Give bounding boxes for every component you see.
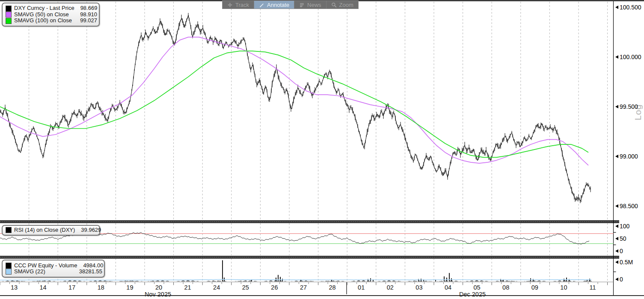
track-move-icon	[227, 2, 233, 8]
smavg100-label: SMAVG (100) on Close	[14, 18, 72, 24]
smavg100-swatch	[6, 18, 12, 24]
date-tick-label: 10	[560, 284, 567, 291]
legend-row-last-price: DXY Curncy - Last Price 98.669	[6, 5, 97, 12]
volume-spike-bars	[223, 260, 590, 282]
date-tick-label: 20	[155, 284, 162, 291]
date-tick-label: 08	[502, 284, 509, 291]
price-legend[interactable]: DXY Curncy - Last Price 98.669 SMAVG (50…	[2, 3, 100, 27]
news-button[interactable]: News	[294, 1, 326, 9]
date-tick-label: 18	[98, 284, 104, 291]
legend-row-volume: CCC PW Equity - Volume 4984.00	[6, 263, 102, 269]
zoom-magnifier-icon	[331, 2, 337, 8]
annotate-button-label: Annotate	[267, 2, 289, 8]
smavg50-swatch	[6, 12, 12, 18]
sma100-line	[0, 51, 588, 157]
month-label: Dec 2025	[459, 291, 486, 298]
zoom-button-label: Zoom	[339, 2, 353, 8]
chart-canvas[interactable]	[0, 0, 644, 299]
volume-sma-line	[0, 279, 591, 280]
price-axis-label: 100.000	[614, 54, 641, 60]
news-lines-icon	[299, 2, 305, 8]
last-price-label: DXY Curncy - Last Price	[14, 5, 74, 12]
date-tick-label: 24	[213, 284, 220, 291]
price-axis-label: 99.500	[614, 103, 638, 110]
date-tick-label: 27	[300, 284, 307, 291]
price-axis-label: 100.500	[614, 4, 641, 11]
news-button-label: News	[307, 2, 321, 8]
smavg50-label: SMAVG (50) on Close	[14, 12, 69, 18]
date-tick-label: 25	[242, 284, 249, 291]
smavg22-label: SMAVG (22)	[14, 269, 45, 275]
date-tick-label: 19	[126, 284, 133, 291]
date-tick-label: 09	[531, 284, 538, 291]
zoom-button[interactable]: Zoom	[326, 1, 358, 9]
price-line	[0, 15, 591, 201]
price-legend-rows: DXY Curncy - Last Price 98.669 SMAVG (50…	[6, 5, 97, 24]
price-axis-label: 98.500	[614, 203, 638, 209]
track-button-label: Track	[235, 2, 249, 8]
track-button[interactable]: Track	[223, 1, 254, 9]
date-tick-label: 11	[589, 284, 596, 291]
annotate-pencil-icon	[259, 2, 264, 8]
price-axis-label: 99.000	[614, 153, 638, 160]
rsi-label: RSI (14) on Close (DXY)	[14, 227, 75, 233]
date-tick-label: 14	[40, 284, 47, 291]
volume-legend[interactable]: CCC PW Equity - Volume 4984.00 SMAVG (22…	[2, 260, 105, 278]
rsi-swatch	[6, 227, 12, 233]
rsi-axis-label: 50	[614, 235, 626, 242]
smavg22-value: 38281.55	[76, 269, 102, 275]
date-tick-label: 02	[387, 284, 394, 291]
volume-label: CCC PW Equity - Volume	[14, 263, 77, 269]
volume-legend-rows: CCC PW Equity - Volume 4984.00 SMAVG (22…	[6, 262, 102, 275]
rsi-legend[interactable]: RSI (14) on Close (DXY) 39.9629	[2, 225, 100, 236]
rsi-value: 39.9629	[77, 227, 101, 233]
smavg100-value: 99.027	[77, 18, 97, 24]
date-tick-label: 26	[271, 284, 278, 291]
last-price-value: 98.669	[77, 5, 98, 12]
volume-value: 4984.00	[80, 263, 103, 269]
date-tick-label: 28	[329, 284, 336, 291]
last-price-swatch	[6, 6, 12, 12]
volume-axis-label: 0.5M	[614, 259, 633, 266]
date-tick-label: 01	[358, 284, 365, 291]
legend-row-smavg22: SMAVG (22) 38281.55	[6, 269, 102, 275]
smavg22-swatch	[6, 269, 12, 275]
date-tick-label: 04	[445, 284, 451, 291]
bloomberg-chart-window: Track Annotate News Zoom	[0, 0, 644, 299]
date-tick-label: 21	[184, 284, 191, 291]
annotate-button[interactable]: Annotate	[254, 1, 294, 9]
legend-row-rsi: RSI (14) on Close (DXY) 39.9629	[6, 227, 96, 233]
legend-row-smavg100: SMAVG (100) on Close 99.027	[6, 18, 97, 24]
panel-separator-rsi[interactable]	[0, 220, 619, 223]
date-tick-label: 05	[474, 284, 481, 291]
date-tick-label: 13	[11, 284, 18, 291]
rsi-axis-label: 100	[614, 223, 629, 230]
date-tick-label: 17	[68, 284, 75, 291]
panel-separator-volume[interactable]	[0, 256, 619, 259]
rsi-axis-label: 0	[614, 248, 623, 254]
month-label: Nov 2025	[145, 291, 171, 298]
volume-axis-label: 0	[614, 276, 623, 283]
volume-swatch	[6, 263, 12, 269]
date-tick-label: 03	[415, 284, 422, 291]
smavg50-value: 98.910	[77, 12, 97, 18]
price-ohlc-bars	[0, 13, 591, 203]
legend-row-smavg50: SMAVG (50) on Close 98.910	[6, 12, 97, 18]
chart-toolbar: Track Annotate News Zoom	[222, 0, 359, 9]
